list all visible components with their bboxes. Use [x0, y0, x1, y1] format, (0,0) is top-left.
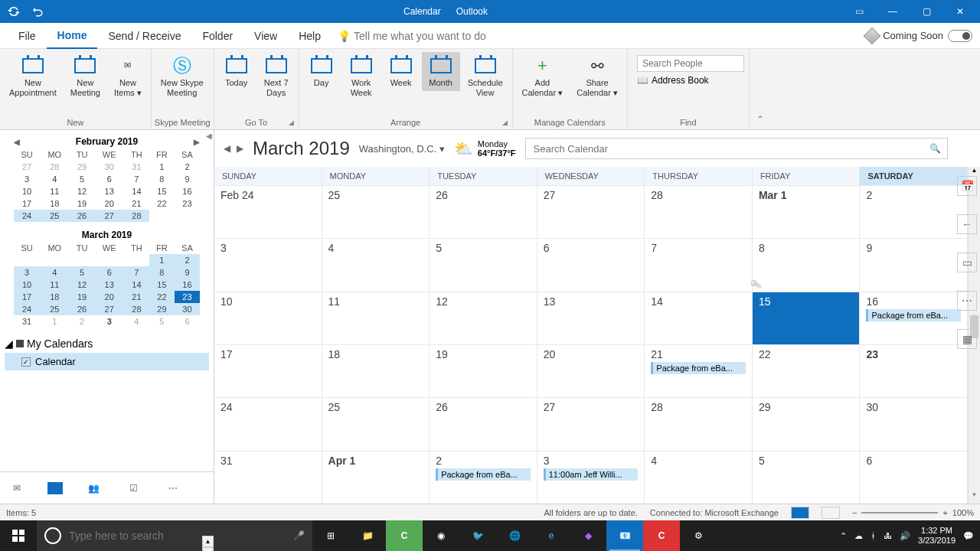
mini-cal-day[interactable]: [70, 254, 95, 266]
mini-cal-day[interactable]: 25: [40, 303, 69, 315]
calendar-cell[interactable]: 21Package from eBa...: [645, 345, 753, 397]
peek-back-icon[interactable]: ←: [957, 214, 977, 234]
cal-next-icon[interactable]: ▶: [237, 143, 243, 154]
new-items-button[interactable]: ✉New Items ▾: [108, 52, 148, 101]
mini-cal-day[interactable]: 11: [40, 185, 69, 197]
mini-cal-day[interactable]: 29: [149, 303, 175, 315]
mini-cal-day[interactable]: 7: [124, 266, 149, 279]
mini-cal-day[interactable]: 14: [124, 279, 149, 291]
calendar-cell[interactable]: 311:00am Jeff Willi...: [537, 452, 645, 504]
calendar-cell[interactable]: 29: [753, 398, 861, 450]
calendar-cell[interactable]: 26: [430, 186, 537, 238]
outlook-taskbar-icon[interactable]: 📧: [606, 520, 643, 551]
mini-cal-day[interactable]: 4: [40, 266, 69, 279]
tab-folder[interactable]: Folder: [191, 24, 243, 48]
calendar-cell[interactable]: 4: [322, 239, 430, 291]
mini-cal-day[interactable]: 6: [95, 266, 124, 279]
maximize-icon[interactable]: ▢: [911, 1, 942, 22]
calendar-cell[interactable]: Feb 24: [214, 186, 322, 238]
normal-view-button[interactable]: [791, 507, 809, 519]
calendar-cell[interactable]: 14: [645, 292, 753, 344]
mini-cal-day[interactable]: 31: [124, 161, 149, 173]
more-nav-icon[interactable]: ⋯: [164, 479, 182, 497]
calendar-cell[interactable]: 19: [430, 345, 537, 397]
bluetooth-icon[interactable]: ᚼ: [871, 531, 876, 540]
mini-cal-day[interactable]: 2: [175, 161, 200, 173]
mini-cal-day[interactable]: 24: [14, 210, 40, 222]
calendar-cell[interactable]: 3: [214, 239, 322, 291]
calendar-cell[interactable]: 28: [645, 398, 753, 450]
zoom-out-icon[interactable]: −: [852, 508, 857, 517]
mini-cal-day[interactable]: 24: [14, 303, 40, 315]
calendar-cell[interactable]: 23: [860, 345, 968, 397]
mini-cal-day[interactable]: 7: [124, 173, 149, 185]
mini-cal-day[interactable]: [14, 254, 40, 266]
day-view-button[interactable]: Day: [302, 52, 341, 91]
calendar-cell[interactable]: 13: [537, 292, 645, 344]
volume-icon[interactable]: 🔊: [900, 531, 910, 541]
recorder-icon[interactable]: C: [643, 520, 680, 551]
calendar-cell[interactable]: 4: [645, 452, 753, 504]
mini-cal-day[interactable]: 17: [14, 291, 40, 303]
tasks-nav-icon[interactable]: ☑: [124, 479, 142, 497]
ribbon-display-icon[interactable]: ▭: [844, 1, 874, 22]
arrange-launcher-icon[interactable]: ◢: [502, 119, 508, 126]
mini-cal-day[interactable]: 27: [95, 303, 124, 315]
calendar-nav-icon[interactable]: [47, 482, 63, 494]
mini-cal-day[interactable]: 5: [149, 315, 175, 328]
mini-cal-day[interactable]: 12: [70, 279, 95, 291]
mini-cal-day[interactable]: 27: [14, 161, 40, 173]
mini-cal-day[interactable]: 30: [95, 161, 124, 173]
calendar-cell[interactable]: 6: [537, 239, 645, 291]
mini-cal-day[interactable]: 21: [124, 197, 149, 210]
calendar-cell[interactable]: 10: [214, 292, 322, 344]
mini-cal-day[interactable]: 12: [70, 185, 95, 197]
share-calendar-button[interactable]: ⚯Share Calendar ▾: [570, 52, 624, 101]
search-icon[interactable]: 🔍: [929, 143, 941, 154]
mini-cal-day[interactable]: 5: [70, 266, 95, 279]
mini-cal-day[interactable]: 3: [95, 315, 124, 328]
taskbar-clock[interactable]: 1:32 PM 3/23/2019: [918, 526, 956, 546]
peek-ellipsis-icon[interactable]: ⋯: [957, 291, 977, 311]
calendar-cell[interactable]: 25: [322, 186, 430, 238]
mini-cal-day[interactable]: 3: [14, 173, 40, 185]
mini-cal-day[interactable]: 19: [70, 197, 95, 210]
calendar-cell[interactable]: 31: [214, 452, 322, 504]
mini-cal-day[interactable]: 22: [149, 291, 175, 303]
onedrive-icon[interactable]: ☁: [854, 531, 863, 541]
mini-cal-day[interactable]: 25: [40, 210, 69, 222]
mini-cal-day[interactable]: [40, 254, 69, 266]
zoom-in-icon[interactable]: +: [942, 508, 947, 517]
calendar-cell[interactable]: 18: [322, 345, 430, 397]
add-calendar-button[interactable]: +Add Calendar ▾: [516, 52, 570, 101]
mini-cal-day[interactable]: 19: [70, 291, 95, 303]
calendar-cell[interactable]: 16Package from eBa...: [860, 292, 968, 344]
scroll-down-icon[interactable]: ▼: [202, 547, 214, 551]
mini-cal-day[interactable]: 23: [175, 197, 200, 210]
mini-cal-day[interactable]: 30: [175, 303, 200, 315]
calendar-cell[interactable]: 26: [430, 398, 537, 450]
mini-cal-day[interactable]: 1: [149, 161, 175, 173]
tell-me-search[interactable]: 💡 Tell me what you want to do: [338, 30, 486, 42]
mini-cal-day[interactable]: 1: [149, 254, 175, 266]
mini-cal-day[interactable]: 15: [149, 279, 175, 291]
settings-taskbar-icon[interactable]: ⚙: [680, 520, 717, 551]
mini-cal-day[interactable]: 8: [149, 173, 175, 185]
mini-cal-day[interactable]: 4: [40, 173, 69, 185]
taskbar-search-input[interactable]: [67, 529, 287, 543]
close-icon[interactable]: ✕: [945, 1, 975, 22]
mail-nav-icon[interactable]: ✉: [8, 479, 26, 497]
mini-cal-day[interactable]: 10: [14, 279, 40, 291]
event-chip[interactable]: Package from eBa...: [436, 468, 531, 481]
tab-help[interactable]: Help: [288, 24, 332, 48]
coming-soon[interactable]: Coming Soon: [866, 30, 972, 42]
week-view-button[interactable]: Week: [382, 52, 420, 91]
calendar-item[interactable]: ✓Calendar: [5, 353, 209, 370]
action-center-icon[interactable]: 💬: [963, 531, 974, 541]
mini-cal-day[interactable]: 17: [14, 197, 40, 210]
calendar-cell[interactable]: 24: [214, 398, 322, 450]
event-chip[interactable]: 11:00am Jeff Willi...: [544, 468, 639, 481]
tab-file[interactable]: File: [8, 24, 47, 48]
next-month-icon[interactable]: ▶: [194, 138, 200, 146]
mini-cal-day[interactable]: 1: [40, 315, 69, 328]
